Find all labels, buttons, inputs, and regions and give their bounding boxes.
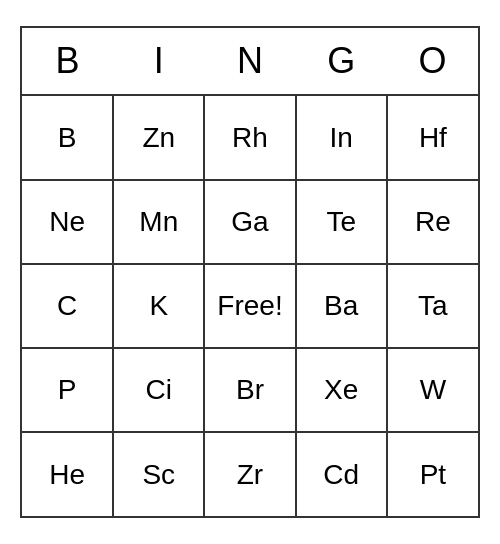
bingo-cell-r1-c4[interactable]: Re (387, 180, 478, 264)
bingo-cell-r4-c0[interactable]: He (22, 432, 113, 516)
bingo-cell-r4-c2[interactable]: Zr (204, 432, 295, 516)
bingo-header: BINGO (22, 28, 478, 96)
bingo-cell-r3-c2[interactable]: Br (204, 348, 295, 432)
bingo-cell-r2-c3[interactable]: Ba (296, 264, 387, 348)
header-letter: B (22, 28, 113, 94)
bingo-cell-r3-c4[interactable]: W (387, 348, 478, 432)
header-letter: I (113, 28, 204, 94)
header-letter: N (204, 28, 295, 94)
header-letter: G (296, 28, 387, 94)
bingo-cell-r1-c0[interactable]: Ne (22, 180, 113, 264)
bingo-cell-r0-c2[interactable]: Rh (204, 96, 295, 180)
bingo-cell-r4-c1[interactable]: Sc (113, 432, 204, 516)
header-letter: O (387, 28, 478, 94)
bingo-cell-r0-c1[interactable]: Zn (113, 96, 204, 180)
bingo-cell-r1-c3[interactable]: Te (296, 180, 387, 264)
bingo-cell-r2-c4[interactable]: Ta (387, 264, 478, 348)
bingo-cell-r3-c1[interactable]: Ci (113, 348, 204, 432)
bingo-cell-r0-c0[interactable]: B (22, 96, 113, 180)
bingo-card: BINGO BZnRhInHfNeMnGaTeReCKFree!BaTaPCiB… (20, 26, 480, 518)
bingo-cell-r1-c1[interactable]: Mn (113, 180, 204, 264)
bingo-cell-r2-c2[interactable]: Free! (204, 264, 295, 348)
bingo-grid: BZnRhInHfNeMnGaTeReCKFree!BaTaPCiBrXeWHe… (22, 96, 478, 516)
bingo-cell-r3-c0[interactable]: P (22, 348, 113, 432)
bingo-cell-r4-c3[interactable]: Cd (296, 432, 387, 516)
bingo-cell-r4-c4[interactable]: Pt (387, 432, 478, 516)
bingo-cell-r1-c2[interactable]: Ga (204, 180, 295, 264)
bingo-cell-r0-c3[interactable]: In (296, 96, 387, 180)
bingo-cell-r2-c1[interactable]: K (113, 264, 204, 348)
bingo-cell-r3-c3[interactable]: Xe (296, 348, 387, 432)
bingo-cell-r2-c0[interactable]: C (22, 264, 113, 348)
bingo-cell-r0-c4[interactable]: Hf (387, 96, 478, 180)
